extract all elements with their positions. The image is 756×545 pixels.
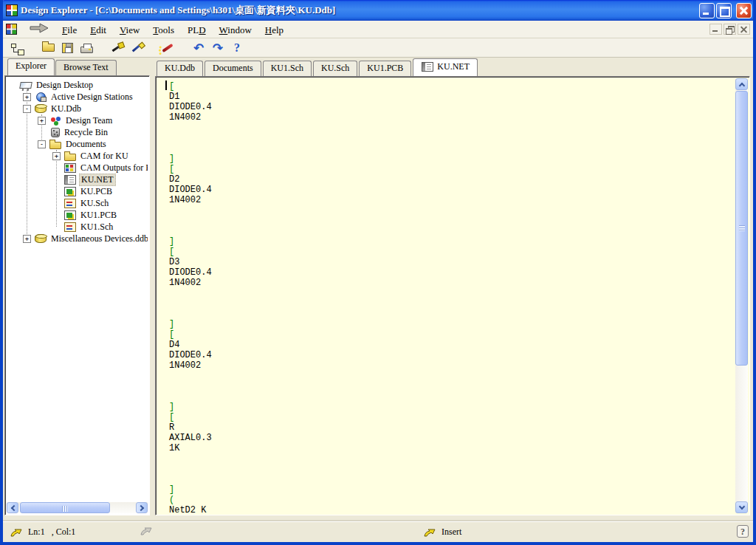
line-col-text: Ln:1 , Col:1 <box>28 527 75 538</box>
tree-horizontal-scrollbar[interactable] <box>7 502 148 513</box>
open-button[interactable] <box>38 39 58 57</box>
tree-item-label[interactable]: KU.PCB <box>79 186 114 197</box>
document-tab-ku-ddb[interactable]: KU.Ddb <box>157 61 203 76</box>
mdi-restore-icon[interactable] <box>724 24 736 35</box>
open-icon <box>42 44 55 52</box>
editor-line: 1N4002 <box>169 112 735 123</box>
editor-line: DIODE0.4 <box>169 102 735 112</box>
editor-line: 1K <box>169 443 735 453</box>
editor-line <box>169 453 735 464</box>
tree-item-design-team[interactable]: +Design Team <box>7 114 148 126</box>
paste-button[interactable] <box>127 39 146 57</box>
scroll-up-icon[interactable] <box>735 78 748 90</box>
tree-view[interactable]: Design Desktop+Active Design Stations-KU… <box>4 75 150 515</box>
netlist-text[interactable]: [D1DIODE0.41N4002 ][D2DIODE0.41N4002 ][D… <box>157 78 735 513</box>
menu-arrow-icon[interactable] <box>29 23 49 36</box>
editor-vertical-scrollbar[interactable] <box>735 78 748 513</box>
save-button[interactable] <box>58 39 77 57</box>
document-tab-ku-sch[interactable]: KU.Sch <box>313 61 357 76</box>
tree-item-label[interactable]: Miscellaneous Devices.ddb <box>49 233 148 244</box>
minimize-button[interactable] <box>699 3 715 18</box>
tree-item-label[interactable]: Design Team <box>64 115 114 126</box>
maximize-button[interactable] <box>716 3 732 18</box>
design-explorer-window: Design Explorer - [C:\Documents and Sett… <box>0 0 756 545</box>
editor-line: DIODE0.4 <box>169 185 735 195</box>
document-tab-label: KU.Sch <box>321 63 349 74</box>
tree-item-label[interactable]: Recycle Bin <box>63 127 109 138</box>
tree-item-ku-sch[interactable]: KU.Sch <box>7 197 148 209</box>
close-button[interactable] <box>736 3 752 18</box>
paste-icon <box>131 44 141 52</box>
tree-item-label[interactable]: Active Design Stations <box>49 92 134 103</box>
editor-line: ( <box>169 495 735 505</box>
tree-item-ku1-pcb[interactable]: KU1.PCB <box>7 209 148 221</box>
collapse-icon[interactable]: - <box>38 140 46 148</box>
redo-icon <box>213 41 223 55</box>
tab-explorer[interactable]: Explorer <box>7 58 55 75</box>
tree-item-active-design-stations[interactable]: +Active Design Stations <box>7 91 148 103</box>
scroll-right-icon[interactable] <box>136 502 148 513</box>
expand-icon[interactable]: + <box>52 152 61 160</box>
wand-button[interactable] <box>158 39 177 57</box>
text-editor[interactable]: [D1DIODE0.41N4002 ][D2DIODE0.41N4002 ][D… <box>155 76 750 515</box>
tree-item-label[interactable]: CAM Outputs for KU <box>79 162 148 174</box>
text-caret <box>165 80 167 90</box>
tree-item-ku-net[interactable]: KU.NET <box>7 174 148 185</box>
tree-item-design-desktop[interactable]: Design Desktop <box>7 79 148 91</box>
tree-item-label[interactable]: KU.Sch <box>79 198 110 209</box>
window-title: Design Explorer - [C:\Documents and Sett… <box>21 4 698 17</box>
tree-item-cam-for-ku[interactable]: +CAM for KU <box>7 150 148 162</box>
tree-item-ku-ddb[interactable]: -KU.Ddb <box>7 103 148 114</box>
document-tab-label: KU1.Sch <box>271 63 303 74</box>
status-help-button[interactable]: ? <box>737 525 749 538</box>
document-tab-ku1-sch[interactable]: KU1.Sch <box>263 61 312 76</box>
menu-file[interactable]: File <box>55 23 83 37</box>
expand-icon[interactable]: + <box>38 117 46 125</box>
tree-scrollbar-thumb[interactable] <box>20 502 110 513</box>
scroll-left-icon[interactable] <box>7 502 18 513</box>
tree-item-cam-outputs-for-ku[interactable]: CAM Outputs for KU <box>7 162 148 174</box>
menu-pld[interactable]: PLD <box>181 23 213 37</box>
tree-item-label[interactable]: Design Desktop <box>35 80 94 91</box>
document-tab-documents[interactable]: Documents <box>205 61 261 76</box>
menu-help[interactable]: Help <box>258 23 290 37</box>
tree-item-ku-pcb[interactable]: KU.PCB <box>7 185 148 197</box>
editor-line <box>169 143 735 154</box>
menu-view[interactable]: View <box>113 23 146 37</box>
tree-item-recycle-bin[interactable]: Recycle Bin <box>7 126 148 138</box>
design-manager-button[interactable] <box>7 39 27 57</box>
menu-tools[interactable]: Tools <box>146 23 181 37</box>
scroll-down-icon[interactable] <box>735 501 748 513</box>
editor-line: D1 <box>169 92 735 102</box>
redo-button[interactable] <box>208 39 227 57</box>
document-tab-ku1-pcb[interactable]: KU1.PCB <box>359 61 411 76</box>
expand-icon[interactable]: + <box>23 93 31 101</box>
tree-item-label[interactable]: KU.NET <box>79 174 116 186</box>
editor-scrollbar-thumb[interactable] <box>735 91 748 366</box>
document-system-icon[interactable] <box>6 24 17 35</box>
tree-item-label[interactable]: KU.Ddb <box>49 103 83 114</box>
title-bar[interactable]: Design Explorer - [C:\Documents and Sett… <box>0 0 756 21</box>
tree-item-documents[interactable]: -Documents <box>7 138 148 150</box>
print-button[interactable] <box>77 39 96 57</box>
menu-bar: FileEditViewToolsPLDWindowHelp <box>3 21 753 38</box>
tree-item-label[interactable]: Documents <box>64 139 108 150</box>
collapse-icon[interactable]: - <box>23 105 31 113</box>
expand-icon[interactable]: + <box>23 235 31 243</box>
tab-browse-text[interactable]: Browse Text <box>55 60 117 75</box>
document-tab-ku-net[interactable]: KU.NET <box>413 58 478 76</box>
mdi-close-icon[interactable] <box>738 24 750 35</box>
help-button[interactable] <box>227 39 247 57</box>
desktop-icon <box>19 82 32 89</box>
mdi-minimize-icon[interactable] <box>709 24 722 35</box>
tree-item-label[interactable]: CAM for KU <box>79 151 130 162</box>
tree-item-ku1-sch[interactable]: KU1.Sch <box>7 221 148 233</box>
tree-item-label[interactable]: KU1.Sch <box>79 222 114 233</box>
editor-line <box>169 226 735 236</box>
cut-button[interactable] <box>108 39 127 57</box>
menu-edit[interactable]: Edit <box>83 23 113 37</box>
tree-item-label[interactable]: KU1.PCB <box>79 210 118 221</box>
undo-button[interactable] <box>189 39 208 57</box>
menu-window[interactable]: Window <box>213 23 258 37</box>
tree-item-miscellaneous-devices-ddb[interactable]: +Miscellaneous Devices.ddb <box>7 233 148 244</box>
